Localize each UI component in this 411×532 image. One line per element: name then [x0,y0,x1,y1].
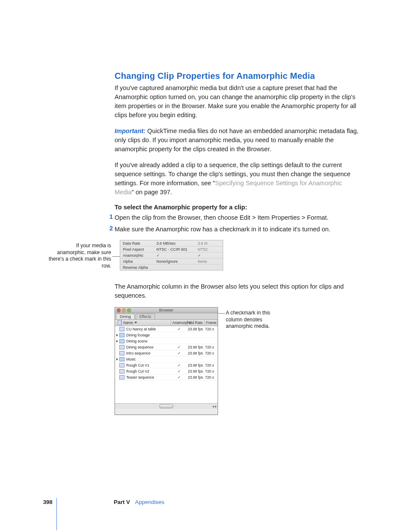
step-number: 1 [107,213,113,220]
clip-name: Dining scene [126,339,147,343]
checkmark-icon: ✓ [170,375,187,380]
clip-icon [119,375,125,380]
task-heading: To select the Anamorphic property for a … [115,204,359,211]
disclosure-triangle-icon[interactable] [116,334,118,336]
browser-row[interactable]: Dining footage [115,332,218,338]
scrollbar-thumb[interactable] [159,404,173,408]
property-label: Alpha [120,259,156,264]
callout-anamorphic-column: A checkmark in this column denotes anamo… [226,310,277,330]
property-row: Alpha None/Ignore None [120,258,223,264]
checkmark-icon: ✓ [170,351,187,355]
browser-row[interactable]: Intro sequence ✓ 23.98 fps 720 x [115,350,218,356]
disclosure-triangle-icon[interactable] [116,340,118,342]
column-header-anamorphic[interactable]: Anamorphic [171,320,187,326]
column-header-name[interactable]: Name [122,320,171,326]
browser-figure: A checkmark in this column denotes anamo… [115,307,359,419]
paragraph-xref: If you've already added a clip to a sequ… [115,161,359,197]
clip-icon [119,369,125,373]
frame-size: 720 x [204,345,217,349]
browser-window: Browser Dining Effects Name Anamorphic V… [115,307,218,415]
browser-row[interactable]: Rough Cut V2 ✓ 23.98 fps 720 x [115,368,218,374]
window-title: Browser [115,308,218,312]
step-text: Make sure the Anamorphic row has a check… [115,225,330,234]
property-row-anamorphic: Anamorphic ✓ ✓ [120,252,223,258]
step-2: 2 Make sure the Anamorphic row has a che… [115,225,359,234]
part-label: Part V [114,499,130,505]
paragraph-after-props: The Anamorphic column in the Browser als… [115,282,359,300]
clip-name: Rough Cut V1 [126,363,149,367]
item-properties-figure: If your media is anamorphic, make sure t… [115,240,359,274]
clip-name: Rough Cut V2 [126,369,149,373]
checkmark-icon: ✓ [170,345,187,349]
property-label: Pixel Aspect [120,247,156,252]
checkmark-icon: ✓ [170,327,187,331]
scroll-arrows-icon[interactable]: ◂ ▸ [212,404,217,408]
property-value: None/Ignore [156,259,198,264]
property-label: Data Rate [120,241,156,246]
callout-anamorphic-row: If your media is anamorphic, make sure t… [47,243,111,269]
property-label: Reverse Alpha [120,265,156,270]
vid-rate: 23.98 fps [187,345,204,349]
clip-icon [119,345,125,349]
vid-rate: 23.98 fps [187,369,204,373]
frame-size: 720 x [204,363,217,367]
step-number: 2 [107,225,113,232]
checkmark-icon: ✓ [198,253,223,258]
paragraph-important: Important: QuickTime media files do not … [115,127,359,154]
frame-size: 720 x [204,375,217,380]
important-label: Important: [115,128,146,134]
vid-rate: 23.98 fps [187,351,204,355]
para3-tail: " on page 397. [132,189,172,196]
clip-name: Teaser sequence [126,375,154,380]
page-footer: 398 Part V Appendixes [43,499,165,505]
tab-dining[interactable]: Dining [116,314,135,319]
browser-tabs: Dining Effects [115,313,218,320]
checkmark-icon: ✓ [170,363,187,367]
column-header-vidrate[interactable]: Vid Rate [187,320,205,326]
column-header-frame[interactable]: Frame [205,320,218,326]
browser-row[interactable]: Dining scene [115,338,218,344]
tab-effects[interactable]: Effects [136,314,155,319]
browser-row[interactable]: Rough Cut V1 ✓ 23.98 fps 720 x [115,362,218,368]
horizontal-scrollbar[interactable]: ◂ ▸ [115,403,218,409]
checkmark-icon: ✓ [170,369,187,373]
clip-icon [119,327,125,331]
property-label: Anamorphic [120,253,156,258]
paragraph-intro: If you've captured anamorphic media but … [115,84,359,120]
important-text: QuickTime media files do not have an emb… [115,128,358,152]
window-titlebar[interactable]: Browser [115,308,218,313]
property-row: Data Rate 3.6 MB/sec 3.6 M [120,240,223,246]
browser-row[interactable]: Teaser sequence ✓ 23.98 fps 720 x [115,374,218,380]
browser-row[interactable]: CU Nancy at table ✓ 23.98 fps 720 x [115,326,218,332]
checkmark-icon: ✓ [156,253,198,258]
section-label: Appendixes [135,499,165,505]
vid-rate: 23.98 fps [187,375,204,380]
sort-indicator-icon [134,322,137,324]
browser-column-header: Name Anamorphic Vid Rate Frame [115,320,218,326]
vid-rate: 23.98 fps [187,363,204,367]
vid-rate: 23.98 fps [187,327,204,331]
step-text: Open the clip from the Browser, then cho… [115,213,328,222]
property-row: Reverse Alpha [120,264,223,270]
frame-size: 720 x [204,351,217,355]
callout-leader-line [112,256,120,257]
property-value: 3.6 MB/sec [156,241,198,246]
clip-name: Music [126,357,136,361]
step-1: 1 Open the clip from the Browser, then c… [115,213,359,222]
item-properties-table: Data Rate 3.6 MB/sec 3.6 M Pixel Aspect … [120,240,223,271]
property-row: Pixel Aspect NTSC - CCIR 601 NTSC [120,246,223,252]
folder-icon [119,333,125,337]
frame-size: 720 x [204,369,217,373]
clip-icon [119,351,125,355]
clip-icon [119,363,125,367]
browser-row[interactable]: Music [115,356,218,362]
folder-icon [119,339,125,343]
frame-size: 720 x [204,327,217,331]
clip-name: Dining sequence [126,345,153,349]
disclosure-triangle-icon[interactable] [116,358,118,361]
page-number: 398 [43,499,60,505]
property-value: NTSC - CCIR 601 [156,247,198,252]
browser-row[interactable]: Dining sequence ✓ 23.98 fps 720 x [115,344,218,350]
bin-icon [118,320,121,325]
property-value-2: NTSC [198,247,223,252]
